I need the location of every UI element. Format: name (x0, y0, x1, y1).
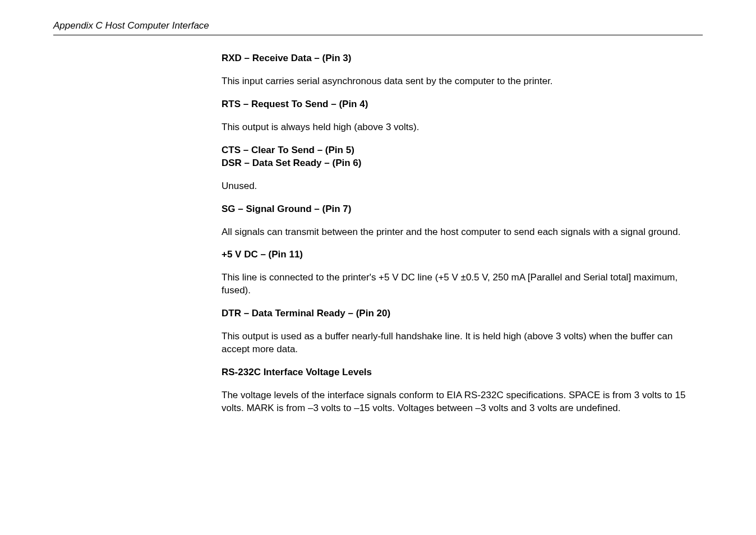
header-rule (53, 35, 703, 35)
v5-body: This line is connected to the printer's … (222, 271, 698, 297)
cts-body: Unused. (222, 180, 698, 193)
v5-heading: +5 V DC – (Pin 11) (222, 248, 698, 261)
sg-heading: SG – Signal Ground – (Pin 7) (222, 203, 698, 216)
rts-heading: RTS – Request To Send – (Pin 4) (222, 98, 698, 111)
page-header: Appendix C Host Computer Interface (53, 20, 703, 31)
dsr-heading: DSR – Data Set Ready – (Pin 6) (222, 157, 698, 170)
cts-heading: CTS – Clear To Send – (Pin 5) (222, 144, 698, 157)
sg-body: All signals can transmit between the pri… (222, 226, 698, 239)
rxd-heading: RXD – Receive Data – (Pin 3) (222, 52, 698, 65)
dtr-body: This output is used as a buffer nearly-f… (222, 330, 698, 356)
rts-body: This output is always held high (above 3… (222, 121, 698, 134)
rs232-heading: RS-232C Interface Voltage Levels (222, 366, 698, 379)
page: Appendix C Host Computer Interface RXD –… (0, 0, 756, 535)
content: RXD – Receive Data – (Pin 3) This input … (222, 52, 698, 415)
rxd-body: This input carries serial asynchronous d… (222, 75, 698, 88)
dtr-heading: DTR – Data Terminal Ready – (Pin 20) (222, 307, 698, 320)
rs232-body: The voltage levels of the interface sign… (222, 389, 698, 415)
